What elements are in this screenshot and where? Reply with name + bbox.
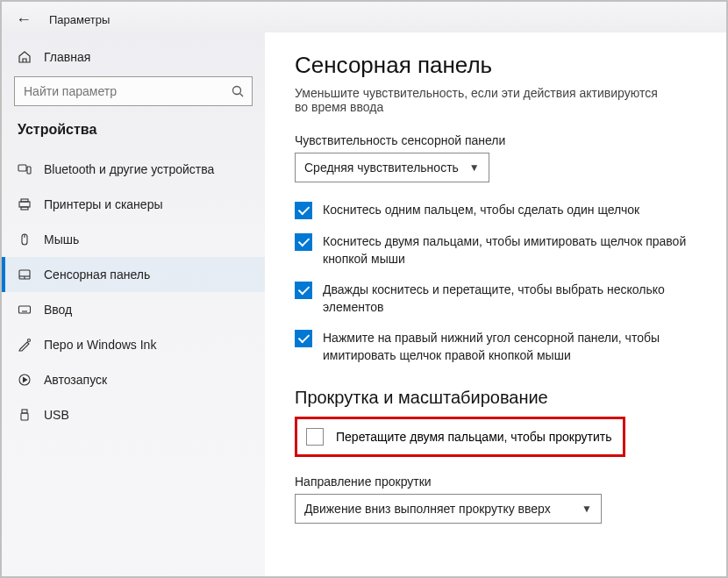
check-press-corner[interactable]: Нажмите на правый нижний угол сенсорной … [295, 330, 689, 364]
svg-line-1 [240, 94, 244, 97]
check-label: Дважды коснитесь и перетащите, чтобы выб… [323, 282, 689, 316]
svg-point-0 [233, 87, 241, 95]
search-input[interactable] [14, 76, 253, 106]
chevron-down-icon: ▼ [582, 503, 592, 515]
sensitivity-value: Средняя чувствительность [304, 161, 459, 175]
back-icon[interactable]: ← [16, 11, 32, 29]
checkbox[interactable] [295, 282, 312, 299]
sidebar-item-mouse[interactable]: Мышь [2, 222, 265, 257]
direction-label: Направление прокрутки [295, 475, 705, 489]
scroll-zoom-heading: Прокрутка и масштабирование [295, 388, 705, 408]
sidebar-item-label: Bluetooth и другие устройства [44, 162, 214, 176]
sidebar-item-label: Перо и Windows Ink [44, 338, 156, 352]
sidebar-item-label: Принтеры и сканеры [44, 197, 162, 211]
check-label: Нажмите на правый нижний угол сенсорной … [323, 330, 689, 364]
home-link[interactable]: Главная [2, 43, 265, 76]
check-label: Коснитесь одним пальцем, чтобы сделать о… [323, 202, 639, 219]
sidebar-item-touchpad[interactable]: Сенсорная панель [2, 257, 265, 292]
svg-rect-19 [22, 410, 27, 413]
sidebar-item-label: USB [44, 408, 69, 422]
home-icon [18, 50, 32, 64]
sidebar-item-usb[interactable]: USB [2, 397, 265, 432]
svg-rect-12 [19, 306, 31, 313]
checkbox[interactable] [295, 202, 312, 219]
svg-rect-5 [19, 202, 30, 207]
check-label: Коснитесь двумя пальцами, чтобы имитиров… [323, 233, 689, 268]
sidebar: Главная Устройства Bluetooth и другие ус… [2, 32, 265, 576]
svg-rect-2 [18, 165, 26, 171]
touchpad-icon [18, 268, 32, 282]
svg-rect-20 [21, 413, 28, 420]
page-description: Уменьшите чувствительность, если эти дей… [295, 86, 672, 114]
titlebar: ← Параметры [2, 2, 726, 32]
sensitivity-dropdown[interactable]: Средняя чувствительность ▼ [295, 153, 489, 182]
autoplay-icon [18, 373, 32, 387]
mouse-icon [18, 232, 32, 246]
checkbox[interactable] [306, 428, 324, 446]
sidebar-item-autoplay[interactable]: Автозапуск [2, 362, 265, 397]
sidebar-section-title: Устройства [2, 122, 265, 146]
usb-icon [18, 408, 32, 422]
sidebar-item-typing[interactable]: Ввод [2, 292, 265, 327]
printer-icon [18, 197, 32, 211]
sensitivity-label: Чувствительность сенсорной панели [295, 133, 705, 147]
sidebar-item-label: Сенсорная панель [44, 268, 150, 282]
content: Сенсорная панель Уменьшите чувствительно… [265, 32, 726, 576]
check-tap-single[interactable]: Коснитесь одним пальцем, чтобы сделать о… [295, 202, 689, 219]
sidebar-item-bluetooth[interactable]: Bluetooth и другие устройства [2, 152, 265, 187]
search-icon [231, 84, 245, 98]
svg-point-17 [28, 339, 31, 342]
direction-dropdown[interactable]: Движение вниз выполняет прокрутку вверх … [295, 494, 602, 524]
pen-icon [18, 338, 32, 352]
check-double-tap-drag[interactable]: Дважды коснитесь и перетащите, чтобы выб… [295, 282, 689, 316]
check-tap-two[interactable]: Коснитесь двумя пальцами, чтобы имитиров… [295, 233, 689, 268]
search-field[interactable] [24, 84, 231, 98]
home-label: Главная [44, 50, 90, 64]
svg-rect-3 [27, 167, 31, 174]
chevron-down-icon: ▼ [469, 161, 480, 174]
sidebar-item-label: Мышь [44, 232, 79, 246]
sidebar-item-printers[interactable]: Принтеры и сканеры [2, 187, 265, 222]
checkbox[interactable] [295, 233, 312, 251]
sidebar-nav: Bluetooth и другие устройства Принтеры и… [2, 152, 265, 432]
svg-rect-6 [21, 207, 28, 210]
checkbox[interactable] [295, 330, 312, 347]
window-title: Параметры [49, 13, 110, 26]
highlighted-setting: Перетащите двумя пальцами, чтобы прокрут… [295, 417, 625, 457]
sidebar-item-label: Ввод [44, 303, 72, 317]
check-label: Перетащите двумя пальцами, чтобы прокрут… [336, 430, 612, 444]
page-title: Сенсорная панель [295, 52, 705, 79]
keyboard-icon [18, 303, 32, 317]
direction-value: Движение вниз выполняет прокрутку вверх [304, 502, 551, 516]
sidebar-item-pen[interactable]: Перо и Windows Ink [2, 327, 265, 362]
sidebar-item-label: Автозапуск [44, 373, 107, 387]
devices-icon [18, 162, 32, 176]
